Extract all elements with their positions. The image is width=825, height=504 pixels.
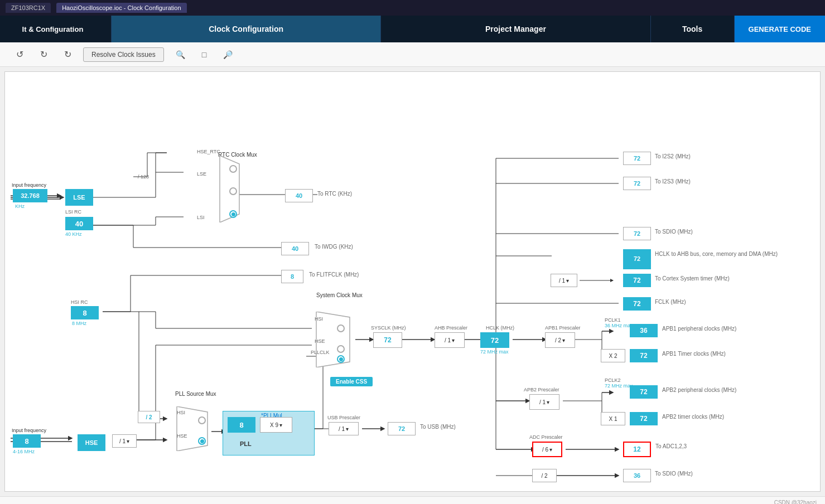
to-sdio-top-box[interactable]: 72 [623,227,651,240]
to-usb-box[interactable]: 72 [388,422,416,435]
hse-box[interactable]: HSE [78,434,105,451]
ahb-prescaler-label: AHB Prescaler [435,325,467,331]
nav-item-clock[interactable]: Clock Configuration [112,16,381,42]
to-i2s3-label: To I2S3 (MHz) [655,178,691,185]
undo-button[interactable]: ↺ [11,46,28,62]
apb1-periph-box[interactable]: 36 [630,324,658,337]
to-i2s2-box[interactable]: 72 [623,152,651,165]
lsi-mux-label: LSI [197,215,205,220]
apb2-periph-box[interactable]: 72 [630,385,658,399]
enable-css-button[interactable]: Enable CSS [330,377,373,386]
pll-hsi-label: HSI [177,410,185,415]
sdio-bottom-box[interactable]: 36 [623,469,651,482]
pll-hse-label: HSE [177,433,187,439]
generate-code-button[interactable]: GENERATE CODE [735,16,825,42]
hclk-value-box[interactable]: 72 [480,332,509,348]
pclk1-max-label: 36 MHz max [605,323,633,328]
sys-radio-hse[interactable] [337,345,345,353]
redo-button[interactable]: ↻ [35,46,52,62]
pll-source-label: PLL Source Mux [175,391,216,397]
adc-value-box[interactable]: 12 [623,442,651,457]
pll-val-box[interactable]: 8 [228,417,255,433]
hsi-rc-label: HSI RC [71,299,88,305]
zoom-in-button[interactable]: 🔍 [171,47,190,62]
tab-2[interactable]: HaoziOscilloscope.ioc - Clock Configurat… [56,3,186,13]
hsi-rc-box[interactable]: 8 [71,306,99,319]
apb2-timer-label: APB2 timer clocks (MHz) [662,414,724,420]
hse-freq-box[interactable]: 8 [13,434,41,448]
title-bar: ZF103RC1X HaoziOscilloscope.ioc - Clock … [0,0,825,16]
nav-bar: It & Configuration Clock Configuration P… [0,16,825,42]
sysclk-box[interactable]: 72 [373,332,402,348]
to-i2s3-box[interactable]: 72 [623,177,651,190]
pclk2-max-label: 72 MHz max [605,383,633,389]
refresh-button[interactable]: ↻ [59,46,76,62]
lsi-unit-label: 40 KHz [65,231,82,237]
fclk-box[interactable]: 72 [623,297,651,311]
hsi-unit-label: 8 MHz [72,321,86,326]
to-iwdg-value[interactable]: 40 [281,242,309,255]
usb-prescaler-select[interactable]: / 1 ▾ [329,422,359,435]
lse-freq-box[interactable]: 32.768 [13,189,47,202]
pllmul-select[interactable]: X 9 ▾ [260,417,292,433]
to-flitfclk-value[interactable]: 8 [281,270,303,283]
lse-box[interactable]: LSE [65,189,93,206]
apb2-prescaler-select[interactable]: / 1 ▾ [529,394,559,410]
nav-item-project[interactable]: Project Manager [381,16,650,42]
pll-area: 8 *PLLMul X 9 ▾ PLL [223,411,315,455]
to-iwdg-label: To IWDG (KHz) [315,244,353,250]
ahb-prescaler-select[interactable]: / 1 ▾ [435,332,465,348]
input-freq-label-2: Input frequency [12,428,46,433]
pllclk-sys-label: PLLCLK [311,350,330,355]
apb2-prescaler-label: APB2 Prescaler [524,387,559,392]
usb-prescaler-label: USB Prescaler [327,415,360,420]
hse-rtc-label: HSE_RTC [197,149,220,154]
rtc-radio-2[interactable] [229,187,237,195]
lsi-rc-label: LSI RC [65,209,81,215]
cortex-timer-label: To Cortex System timer (MHz) [655,275,730,282]
tab-1[interactable]: ZF103RC1X [6,3,51,13]
sys-radio-hsi[interactable] [337,324,345,332]
hse-prediv-select[interactable]: / 1 ▾ [112,434,137,448]
hclk-ahb-box[interactable]: 72 [623,249,651,269]
sdio-div2-box: / 2 [532,469,557,482]
resolve-clock-button[interactable]: Resolve Clock Issues [83,47,164,62]
to-flitfclk-label: To FLITFCLK (MHz) [309,272,359,278]
zoom-fit-button[interactable]: □ [197,47,211,62]
rtc-radio-1[interactable] [229,165,237,173]
apb1-timer-box[interactable]: 72 [630,349,658,362]
pll-radio-hsi[interactable] [198,416,206,424]
lsi-rc-box[interactable]: 40 [65,217,93,230]
apb1-prescaler-select[interactable]: / 2 ▾ [545,332,575,348]
zoom-out-button[interactable]: 🔎 [218,47,238,62]
adc-prescaler-select[interactable]: / 6 ▾ [532,442,562,457]
to-sdio-top-label: To SDIO (MHz) [655,229,693,235]
hclk-label: HCLK (MHz) [486,325,514,331]
apb2-periph-label: APB2 peripheral clocks (MHz) [662,387,736,393]
apb2-timer-box[interactable]: 72 [630,412,658,425]
lse-mux-label: LSE [197,171,206,177]
pclk2-label: PCLK2 [605,377,621,383]
rtc-radio-3[interactable] [229,210,237,218]
lse-unit-label: KHz [15,203,25,209]
apb2-x1-box: X 1 [601,412,625,425]
pll-label: PLL [240,440,252,447]
input-freq-label-1: Input frequency [12,182,46,188]
adc-label: To ADC1,2,3 [655,443,687,449]
to-usb-label: To USB (MHz) [420,424,456,430]
hclk-max-label: 72 MHz max [480,349,509,355]
nav-item-tools[interactable]: Tools [651,16,735,42]
hclk-ahb-label: HCLK to AHB bus, core, memory and DMA (M… [655,251,744,257]
hse-128-label: / 128 [138,174,149,180]
to-i2s2-label: To I2S2 (MHz) [655,153,691,159]
system-mux-label: System Clock Mux [316,292,363,298]
sys-radio-pll[interactable] [337,355,345,363]
to-rtc-value[interactable]: 40 [285,189,313,202]
pll-radio-hse[interactable] [198,437,206,445]
sdio-bottom-label: To SDIO (MHz) [655,471,693,477]
hsi-div2-box: / 2 [138,411,160,423]
cortex-div-select[interactable]: / 1 ▾ [551,274,577,287]
nav-item-it-config[interactable]: It & Configuration [0,16,112,42]
cortex-timer-box[interactable]: 72 [623,274,651,287]
to-rtc-label: To RTC (KHz) [317,191,352,197]
